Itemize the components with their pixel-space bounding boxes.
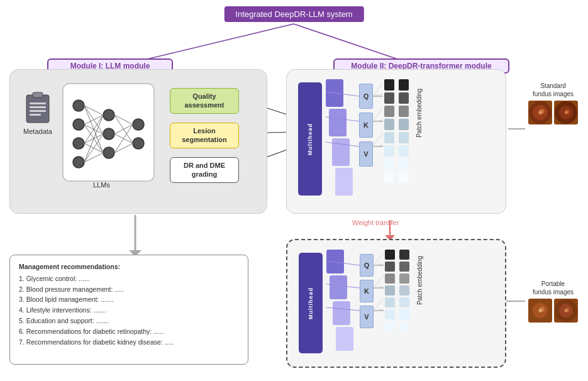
svg-line-59 — [373, 133, 383, 146]
standard-fundus-section: Standardfundus images — [528, 82, 578, 124]
weight-transfer-section: Weight transfer — [352, 219, 399, 226]
svg-line-74 — [326, 284, 360, 288]
portable-fundus-label: Portablefundus images — [533, 280, 574, 296]
rec-item-3: 3. Blood lipid management: ....... — [19, 294, 239, 305]
svg-point-29 — [103, 109, 114, 121]
transformer-area-bottom: Multihead Q K V Patch embedding — [286, 239, 506, 368]
standard-fundus-label: Standardfundus images — [533, 82, 574, 98]
svg-point-33 — [133, 138, 144, 149]
recommendations-box: Management recommendations: 1. Glycemic … — [9, 255, 248, 365]
svg-rect-22 — [30, 110, 46, 112]
svg-point-27 — [73, 138, 84, 149]
recommendations-title: Management recommendations: — [19, 262, 239, 272]
svg-rect-21 — [30, 106, 46, 108]
portable-fundus-img-2 — [554, 299, 578, 323]
svg-rect-19 — [33, 92, 43, 97]
rec-item-4: 4. Lifestyle interventions: ....... — [19, 305, 239, 316]
svg-rect-18 — [26, 95, 49, 123]
rec-item-1: 1. Glycemic control: ...... — [19, 273, 239, 284]
portable-fundus-section: Portablefundus images — [528, 280, 578, 323]
svg-line-69 — [374, 275, 384, 288]
svg-rect-20 — [30, 102, 46, 104]
svg-point-32 — [133, 119, 144, 130]
dr-grading-box: DR and DME grading — [170, 157, 239, 183]
svg-line-1 — [294, 24, 399, 60]
svg-point-30 — [103, 128, 114, 140]
llms-label: LLMs — [93, 181, 110, 189]
standard-fundus-img-1 — [528, 101, 552, 124]
svg-point-79 — [538, 111, 542, 114]
rec-item-2: 2. Blood pressure management: ..... — [19, 284, 239, 295]
clipboard-icon — [24, 91, 52, 124]
metadata-label: Metadata — [19, 128, 57, 135]
svg-line-61 — [326, 92, 359, 96]
svg-point-25 — [73, 100, 84, 111]
quality-assessment-box: Quality assessment — [170, 88, 239, 114]
svg-line-71 — [374, 298, 384, 311]
transformer-arrows-bottom — [287, 240, 505, 367]
svg-line-62 — [326, 117, 359, 121]
svg-line-67 — [374, 253, 384, 265]
svg-point-91 — [565, 309, 568, 312]
svg-line-0 — [145, 24, 294, 60]
rec-item-6: 6. Recommendations for diabetic retinopa… — [19, 326, 239, 337]
main-title: Integrated DeepDR-LLM system — [224, 6, 363, 22]
portable-fundus-images — [528, 299, 578, 323]
transformer-arrows-top — [287, 70, 506, 213]
svg-point-87 — [538, 309, 542, 312]
transformer-area-top: Multihead Q K V Patch embedding — [286, 69, 506, 214]
standard-fundus-img-2 — [554, 101, 578, 124]
rec-item-7: 7. Recommendations for diabetic kidney d… — [19, 337, 239, 348]
svg-point-83 — [565, 111, 568, 114]
svg-point-31 — [103, 147, 114, 158]
rec-item-5: 5. Education and support: ....... — [19, 316, 239, 326]
neural-network-diagram — [60, 80, 157, 184]
svg-line-75 — [326, 307, 360, 311]
metadata-section: Metadata — [19, 91, 57, 135]
svg-rect-23 — [30, 114, 41, 116]
weight-transfer-label: Weight transfer — [352, 219, 399, 226]
svg-line-57 — [373, 108, 383, 121]
lesion-segmentation-box: Lesion segmentation — [170, 123, 239, 148]
svg-line-63 — [326, 142, 359, 146]
standard-fundus-images — [528, 101, 578, 124]
svg-point-28 — [73, 157, 84, 168]
svg-line-73 — [326, 261, 360, 265]
portable-fundus-img-1 — [528, 299, 552, 323]
svg-point-26 — [73, 119, 84, 130]
